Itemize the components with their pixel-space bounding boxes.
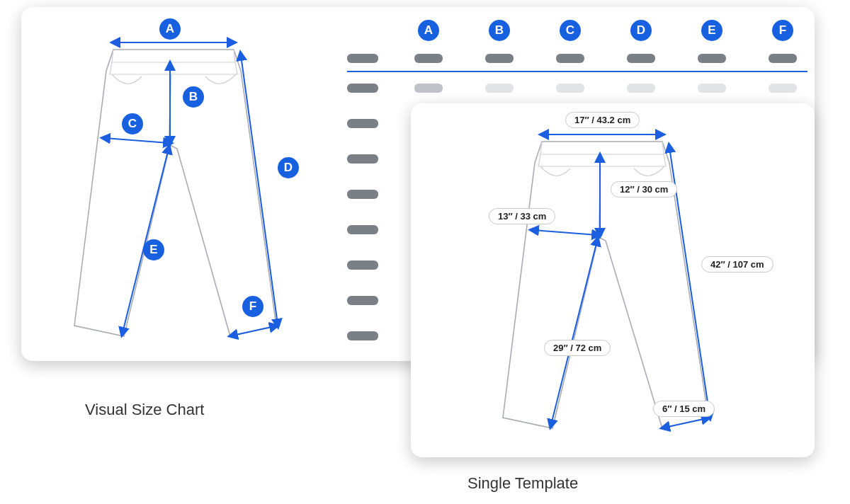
measure-thigh: 13″ / 33 cm [489,208,555,224]
table-cell [627,84,655,93]
col-badge-e: E [701,20,722,41]
table-cell [556,54,584,63]
table-cell [769,54,797,63]
pants-diagram-left [28,21,312,347]
measure-rise: 12″ / 30 cm [611,181,677,197]
table-cell [698,54,726,63]
badge-b: B [183,86,204,108]
table-cell [414,54,443,63]
table-cell [485,84,514,93]
badge-e: E [143,239,164,260]
table-header-divider [347,71,808,72]
measure-waist: 17″ / 43.2 cm [565,112,640,128]
col-badge-b: B [489,20,510,41]
badge-f: F [242,296,264,317]
caption-visual-size-chart: Visual Size Chart [85,401,204,419]
pants-diagram-right [425,113,800,446]
table-cell [414,84,443,93]
badge-c: C [122,113,143,134]
table-cell [347,119,378,128]
table-cell [347,260,378,270]
table-cell [347,54,378,63]
table-cell [347,154,378,164]
measure-hem: 6″ / 15 cm [653,401,715,417]
col-badge-a: A [418,20,439,41]
measure-inseam: 29″ / 72 cm [544,340,611,356]
col-badge-c: C [560,20,581,41]
badge-a: A [159,18,181,40]
caption-single-template: Single Template [468,474,578,493]
table-cell [485,54,514,63]
table-cell [347,296,378,305]
table-cell [627,54,655,63]
table-cell [556,84,584,93]
table-cell [698,84,726,93]
table-cell [347,190,378,199]
col-badge-f: F [772,20,793,41]
single-template-card: 17″ / 43.2 cm 12″ / 30 cm 13″ / 33 cm 42… [411,103,815,457]
table-cell [347,84,378,93]
table-cell [347,225,378,234]
table-cell [769,84,797,93]
badge-d: D [278,157,299,178]
table-cell [347,331,378,340]
measure-outseam: 42″ / 107 cm [701,256,774,273]
col-badge-d: D [630,20,652,41]
